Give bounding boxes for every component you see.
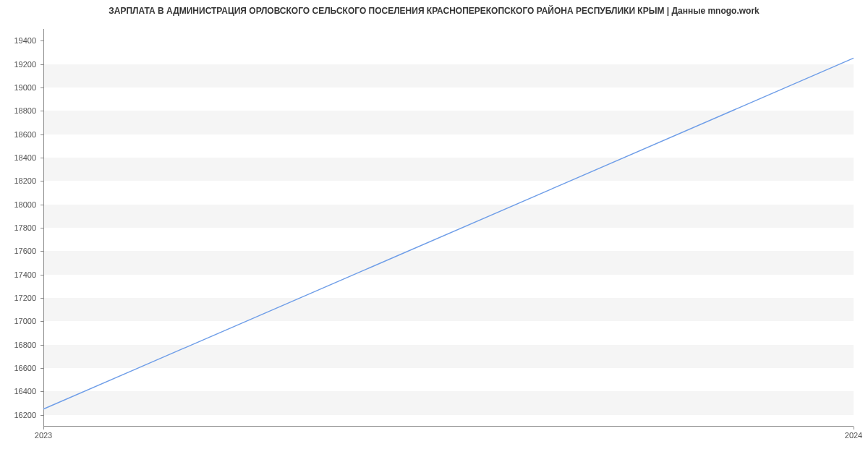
y-tick-label: 18400 [14,153,36,162]
y-tick-label: 17000 [14,317,36,325]
y-tick-label: 17400 [14,270,36,279]
y-tick-label: 19000 [14,83,36,92]
y-tick-mark [41,134,43,135]
y-tick-label: 16600 [14,364,36,372]
y-tick-mark [41,298,43,299]
y-tick-label: 19400 [14,36,36,45]
y-tick-label: 16800 [14,341,36,349]
salary-line-chart: ЗАРПЛАТА В АДМИНИСТРАЦИЯ ОРЛОВСКОГО СЕЛЬ… [0,0,868,456]
y-tick-label: 18600 [14,130,36,139]
line-layer [43,29,854,427]
y-tick-mark [41,415,43,416]
y-tick-mark [41,111,43,111]
y-tick-label: 18000 [14,200,36,209]
y-tick-mark [41,275,43,275]
x-tick-label: 2023 [35,431,52,440]
y-tick-label: 18200 [14,176,36,185]
y-tick-label: 16400 [14,387,36,396]
x-tick-mark [43,427,44,430]
y-tick-mark [41,251,43,252]
y-tick-label: 19200 [14,60,36,69]
plot-area: 1620016400166001680017000172001740017600… [43,29,854,427]
y-tick-mark [41,321,43,322]
y-tick-mark [41,345,43,346]
y-tick-mark [41,368,43,369]
chart-title: ЗАРПЛАТА В АДМИНИСТРАЦИЯ ОРЛОВСКОГО СЕЛЬ… [0,6,868,16]
y-tick-label: 18800 [14,106,36,115]
x-tick-label: 2024 [845,431,862,440]
y-tick-label: 17600 [14,247,36,255]
y-tick-label: 17200 [14,294,36,302]
y-tick-mark [41,205,43,205]
y-tick-label: 16200 [14,411,36,419]
x-tick-mark [854,427,854,430]
y-tick-label: 17800 [14,223,36,232]
y-tick-mark [41,228,43,228]
series-line [43,58,854,409]
y-tick-mark [41,158,43,158]
y-tick-mark [41,64,43,65]
y-tick-mark [41,40,43,41]
y-tick-mark [41,87,43,88]
y-tick-mark [41,391,43,392]
y-tick-mark [41,181,43,181]
